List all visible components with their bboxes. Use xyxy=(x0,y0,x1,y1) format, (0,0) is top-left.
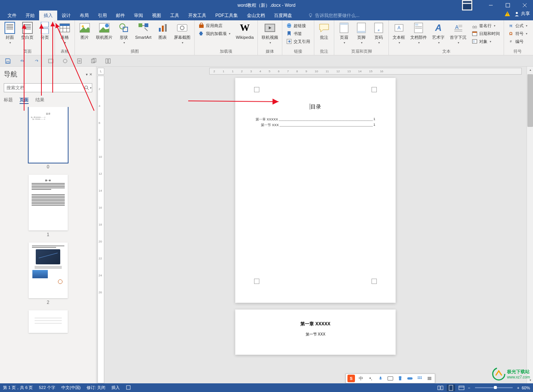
cover-page-button[interactable]: 封面▾ xyxy=(2,21,18,46)
status-lang[interactable]: 中文(中国) xyxy=(61,385,81,390)
menu-home[interactable]: 开始 xyxy=(21,11,39,20)
menu-tools[interactable]: 工具 xyxy=(166,11,184,20)
ime-punct-button[interactable]: •, xyxy=(367,375,375,382)
zoom-in-button[interactable]: + xyxy=(517,386,519,390)
header-button[interactable]: 页眉▾ xyxy=(336,21,352,46)
horizontal-ruler[interactable]: 21 12 34 56 78 910 1112 1314 1516 xyxy=(209,68,522,75)
thumbnail-page-0[interactable]: 目录 第一章 XXXXX.........1 第一节 XXX..........… xyxy=(29,107,68,163)
undo-button[interactable] xyxy=(19,58,26,64)
redo-button[interactable] xyxy=(33,58,40,64)
tab-pages[interactable]: 页面 xyxy=(20,97,29,104)
menu-kingsoft[interactable]: 金山文档 xyxy=(242,11,270,20)
status-page[interactable]: 第 1 页，共 6 页 xyxy=(3,385,33,390)
qa-btn-7[interactable] xyxy=(90,58,97,64)
qa-btn-6[interactable] xyxy=(76,58,83,64)
online-video-button[interactable]: 联机视频▾ xyxy=(259,21,280,46)
menu-design[interactable]: 设计 xyxy=(57,11,75,20)
warning-icon[interactable]: ! xyxy=(504,11,510,17)
nav-close-button[interactable]: ✕ xyxy=(89,72,92,76)
nav-dropdown[interactable]: ▾ xyxy=(86,72,88,76)
sogou-logo-icon[interactable]: S xyxy=(347,375,355,382)
myaddins-button[interactable]: 我的加载项 ▾ xyxy=(197,30,232,37)
view-read-button[interactable] xyxy=(436,384,445,391)
online-picture-button[interactable]: 联机图片 xyxy=(94,21,115,41)
screenshot-button[interactable]: 屏幕截图▾ xyxy=(172,21,193,46)
vertical-ruler[interactable]: 2 4 6 8 10 12 14 16 18 20 22 24 26 xyxy=(97,76,104,383)
thumbnail-page-2[interactable] xyxy=(29,243,68,298)
blank-page-button[interactable]: 空白页 xyxy=(19,21,36,41)
menu-review[interactable]: 审阅 xyxy=(129,11,148,20)
tab-headings[interactable]: 标题 xyxy=(4,97,13,104)
zoom-out-button[interactable]: − xyxy=(468,386,470,390)
wikipedia-button[interactable]: W Wikipedia xyxy=(233,21,256,41)
menu-insert[interactable]: 插入 xyxy=(39,11,57,20)
equation-button[interactable]: π公式 ▾ xyxy=(506,22,529,29)
ime-mic-icon[interactable] xyxy=(377,375,384,382)
status-mode[interactable]: 插入 xyxy=(111,385,120,390)
ime-tshirt-icon[interactable] xyxy=(396,375,404,382)
scroll-up-button[interactable]: ▴ xyxy=(527,67,533,73)
datetime-button[interactable]: 日期和时间 xyxy=(470,30,501,37)
dropcap-button[interactable]: A 首字下沉▾ xyxy=(448,21,469,46)
status-macro-icon[interactable] xyxy=(126,385,131,391)
smartart-button[interactable]: SmartArt xyxy=(133,21,154,41)
save-button[interactable] xyxy=(5,58,11,64)
search-input[interactable] xyxy=(4,83,92,92)
menu-mailings[interactable]: 邮件 xyxy=(111,11,129,20)
picture-button[interactable]: 图片 xyxy=(76,21,93,41)
pagenumber-button[interactable]: # 页码▾ xyxy=(370,21,387,46)
zoom-percent[interactable]: 60% xyxy=(522,386,530,390)
ime-toolbar[interactable]: S 中 •, xyxy=(346,374,435,383)
tell-me-search[interactable]: 告诉我您想要做什么... xyxy=(308,11,359,20)
view-web-button[interactable] xyxy=(457,384,466,391)
crossref-button[interactable]: 交叉引用 xyxy=(285,38,312,45)
tab-results[interactable]: 结果 xyxy=(35,97,44,104)
footer-button[interactable]: 页脚▾ xyxy=(353,21,370,46)
ime-grid-icon[interactable] xyxy=(416,375,423,382)
number-button[interactable]: #编号 xyxy=(506,38,529,45)
menu-developer[interactable]: 开发工具 xyxy=(184,11,211,20)
status-track[interactable]: 修订: 关闭 xyxy=(87,385,105,390)
table-button[interactable]: 表格▾ xyxy=(56,21,73,46)
textbox-button[interactable]: A 文本框▾ xyxy=(390,21,407,46)
wordart-button[interactable]: A 艺术字▾ xyxy=(430,21,447,46)
qa-btn-4[interactable] xyxy=(47,58,54,64)
quickparts-button[interactable]: 文档部件▾ xyxy=(408,21,429,46)
sigline-button[interactable]: 签名行 ▾ xyxy=(470,22,501,29)
thumbnail-page-1[interactable]: 第一章 xyxy=(29,175,68,230)
thumbnail-page-3[interactable] xyxy=(29,310,68,333)
document-scroll[interactable]: 目录 第一章 XXXXX1 第一节 XXX1 第一章 XXXXX 第一节 XXX xyxy=(105,76,525,383)
ime-settings-icon[interactable] xyxy=(426,375,433,382)
document-page-1[interactable]: 目录 第一章 XXXXX1 第一节 XXX1 xyxy=(235,78,396,303)
page-break-button[interactable]: 分页 xyxy=(37,21,53,41)
ribbon-display-options[interactable] xyxy=(461,0,473,11)
qa-btn-5[interactable] xyxy=(62,58,69,64)
symbol-button[interactable]: Ω符号 ▾ xyxy=(506,30,529,37)
minimize-button[interactable] xyxy=(482,0,499,11)
comment-button[interactable]: 批注 xyxy=(316,21,332,41)
vertical-scrollbar[interactable]: ▴ ▾ xyxy=(527,67,533,383)
scrollbar-thumb[interactable] xyxy=(527,74,533,127)
shapes-button[interactable]: 形状▾ xyxy=(116,21,132,46)
ruler-corner[interactable]: L xyxy=(97,68,104,75)
store-button[interactable]: 应用商店 xyxy=(197,22,232,29)
object-button[interactable]: 对象 ▾ xyxy=(470,38,501,45)
bookmark-button[interactable]: 书签 xyxy=(285,30,312,37)
hyperlink-button[interactable]: 超链接 xyxy=(285,22,312,29)
ime-gamepad-icon[interactable] xyxy=(406,375,414,382)
menu-layout[interactable]: 布局 xyxy=(75,11,93,20)
menu-pdf[interactable]: PDF工具集 xyxy=(211,11,242,20)
menu-references[interactable]: 引用 xyxy=(93,11,111,20)
qa-btn-8[interactable] xyxy=(105,58,111,64)
menu-view[interactable]: 视图 xyxy=(148,11,166,20)
ime-mode-button[interactable]: 中 xyxy=(357,375,365,382)
close-button[interactable] xyxy=(516,0,533,11)
status-words[interactable]: 522 个字 xyxy=(39,385,55,390)
view-print-button[interactable] xyxy=(447,384,455,391)
menu-file[interactable]: 文件 xyxy=(3,11,21,20)
ime-keyboard-icon[interactable] xyxy=(387,375,394,382)
search-button[interactable]: ▾ xyxy=(84,84,91,92)
document-page-2[interactable]: 第一章 XXXXX 第一节 XXX xyxy=(235,310,396,355)
share-button[interactable]: 共享 xyxy=(514,11,530,17)
menu-baidu[interactable]: 百度网盘 xyxy=(270,11,297,20)
